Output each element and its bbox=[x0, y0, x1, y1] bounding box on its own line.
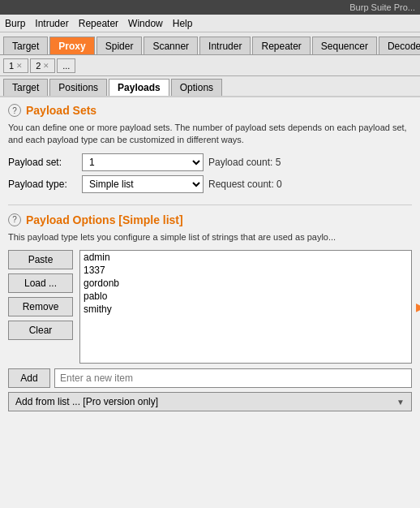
title-text: Burp Suite Pro... bbox=[349, 2, 415, 12]
payload-type-select[interactable]: Simple list Runtime file Custom iterator bbox=[82, 175, 204, 193]
main-tab-target[interactable]: Target bbox=[3, 37, 48, 54]
payload-set-row: Payload set: 1 2 Payload count: 5 bbox=[8, 153, 412, 171]
add-button[interactable]: Add bbox=[8, 368, 50, 388]
main-tab-proxy[interactable]: Proxy bbox=[49, 37, 94, 54]
payload-type-row: Payload type: Simple list Runtime file C… bbox=[8, 175, 412, 193]
section-divider bbox=[8, 204, 412, 205]
menu-burp[interactable]: Burp bbox=[5, 18, 25, 29]
add-from-list-button[interactable]: Add from list ... [Pro version only] ▼ bbox=[8, 392, 412, 411]
payload-list-area: admin 1337 gordonb pablo smithy ▶ bbox=[79, 250, 412, 364]
dropdown-arrow-icon: ▼ bbox=[396, 398, 405, 407]
sub-tab-2[interactable]: 2 ✕ bbox=[30, 58, 55, 73]
payload-type-label: Payload type: bbox=[8, 179, 77, 190]
payload-sets-desc: You can define one or more payload sets.… bbox=[8, 122, 412, 147]
payload-options-title: Payload Options [Simple list] bbox=[26, 213, 183, 226]
payload-sets-title: Payload Sets bbox=[26, 104, 96, 117]
list-item[interactable]: smithy bbox=[80, 303, 411, 316]
inner-tab-target[interactable]: Target bbox=[3, 79, 48, 96]
main-tab-intruder[interactable]: Intruder bbox=[199, 37, 251, 54]
inner-tab-options[interactable]: Options bbox=[171, 79, 222, 96]
main-tab-scanner[interactable]: Scanner bbox=[144, 37, 198, 54]
request-count-label: Request count: 0 bbox=[208, 179, 282, 190]
payload-options-help-icon[interactable]: ? bbox=[8, 213, 21, 226]
paste-button[interactable]: Paste bbox=[8, 250, 73, 269]
main-tab-repeater[interactable]: Repeater bbox=[252, 37, 310, 54]
payload-set-select[interactable]: 1 2 bbox=[82, 153, 204, 171]
add-from-list-label: Add from list ... [Pro version only] bbox=[15, 396, 158, 407]
sub-tab-1[interactable]: 1 ✕ bbox=[3, 58, 28, 73]
menu-bar: Burp Intruder Repeater Window Help bbox=[0, 15, 420, 32]
content-area: ? Payload Sets You can define one or mor… bbox=[0, 97, 420, 508]
menu-window[interactable]: Window bbox=[128, 18, 163, 29]
payload-sets-section: ? Payload Sets You can define one or mor… bbox=[8, 104, 412, 193]
payload-list-box[interactable]: admin 1337 gordonb pablo smithy bbox=[79, 250, 412, 364]
list-item[interactable]: 1337 bbox=[80, 264, 411, 277]
payload-count-label: Payload count: 5 bbox=[208, 157, 281, 168]
close-tab-1-icon[interactable]: ✕ bbox=[16, 62, 23, 70]
add-item-row: Add bbox=[8, 368, 412, 388]
inner-tabs: Target Positions Payloads Options bbox=[0, 76, 420, 97]
inner-tab-payloads[interactable]: Payloads bbox=[109, 79, 169, 96]
menu-help[interactable]: Help bbox=[173, 18, 193, 29]
remove-button[interactable]: Remove bbox=[8, 297, 73, 316]
close-tab-2-icon[interactable]: ✕ bbox=[43, 62, 49, 70]
payload-sets-help-icon[interactable]: ? bbox=[8, 104, 21, 117]
payload-options-desc: This payload type lets you configure a s… bbox=[8, 231, 412, 243]
clear-button[interactable]: Clear bbox=[8, 321, 73, 340]
title-bar: Burp Suite Pro... bbox=[0, 0, 420, 15]
add-item-input[interactable] bbox=[54, 368, 412, 388]
payload-buttons: Paste Load ... Remove Clear bbox=[8, 250, 73, 364]
arrow-right-icon: ▶ bbox=[416, 300, 420, 313]
list-item[interactable]: pablo bbox=[80, 290, 411, 303]
sub-tab-row: 1 ✕ 2 ✕ ... bbox=[0, 55, 420, 76]
inner-tab-positions[interactable]: Positions bbox=[49, 79, 107, 96]
load-button[interactable]: Load ... bbox=[8, 273, 73, 293]
menu-intruder[interactable]: Intruder bbox=[35, 18, 68, 29]
list-item[interactable]: gordonb bbox=[80, 277, 411, 290]
payload-options-layout: Paste Load ... Remove Clear admin 1337 g… bbox=[8, 250, 412, 364]
main-tab-decoder[interactable]: Decoder bbox=[379, 37, 420, 54]
menu-repeater[interactable]: Repeater bbox=[79, 18, 118, 29]
payload-options-header: ? Payload Options [Simple list] bbox=[8, 213, 412, 226]
payload-options-section: ? Payload Options [Simple list] This pay… bbox=[8, 213, 412, 411]
sub-tab-more[interactable]: ... bbox=[57, 58, 75, 73]
list-item[interactable]: admin bbox=[80, 251, 411, 264]
payload-set-label: Payload set: bbox=[8, 157, 77, 168]
main-tabs: Target Proxy Spider Scanner Intruder Rep… bbox=[0, 32, 420, 55]
payload-sets-header: ? Payload Sets bbox=[8, 104, 412, 117]
main-tab-spider[interactable]: Spider bbox=[96, 37, 143, 54]
main-tab-sequencer[interactable]: Sequencer bbox=[312, 37, 377, 54]
